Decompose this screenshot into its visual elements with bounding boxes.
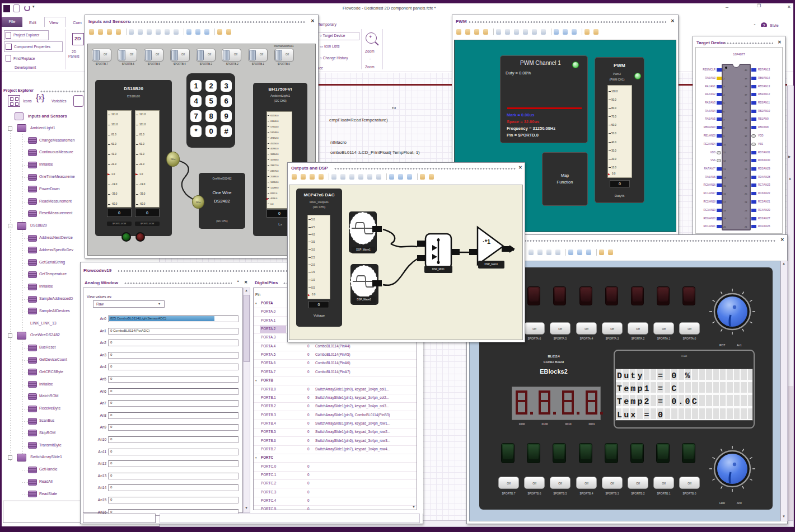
svg-text:·*1: ·*1: [483, 238, 490, 245]
